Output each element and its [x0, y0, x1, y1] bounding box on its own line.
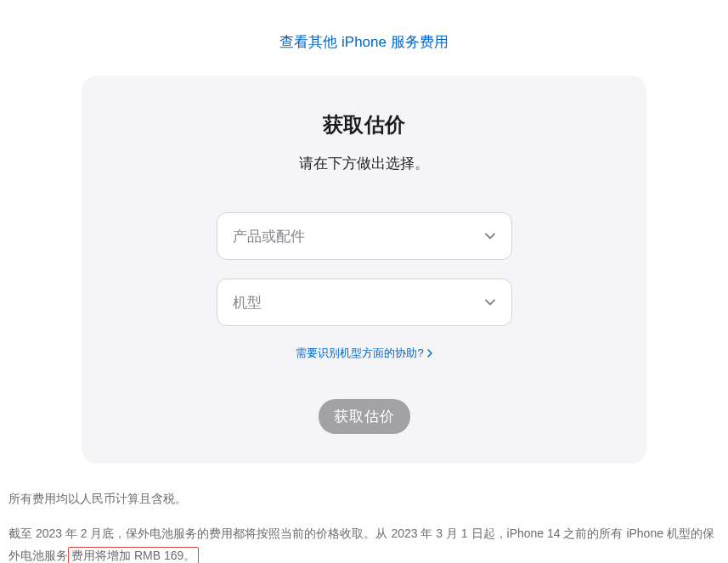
footer-notes: 所有费用均以人民币计算且含税。 截至 2023 年 2 月底，保外电池服务的费用…: [0, 464, 728, 563]
footer-line-1: 所有费用均以人民币计算且含税。: [8, 487, 720, 510]
model-select[interactable]: 机型: [217, 279, 512, 326]
product-select-wrapper: 产品或配件: [217, 212, 512, 260]
chevron-right-icon: [427, 349, 432, 358]
identify-model-help-link[interactable]: 需要识别机型方面的协助?: [296, 346, 432, 361]
product-select-placeholder: 产品或配件: [233, 227, 305, 246]
estimate-card: 获取估价 请在下方做出选择。 产品或配件 机型 需要识别机型方面的协助? 获取估…: [82, 76, 646, 464]
chevron-down-icon: [484, 230, 496, 242]
other-services-link[interactable]: 查看其他 iPhone 服务费用: [279, 34, 448, 50]
help-link-text: 需要识别机型方面的协助?: [296, 346, 423, 361]
help-link-wrapper: 需要识别机型方面的协助?: [82, 345, 646, 361]
model-select-wrapper: 机型: [217, 279, 512, 326]
price-increase-highlight: 费用将增加 RMB 169。: [68, 547, 199, 563]
footer-line-2: 截至 2023 年 2 月底，保外电池服务的费用都将按照当前的价格收取。从 20…: [8, 522, 720, 563]
card-title: 获取估价: [82, 111, 646, 138]
product-select[interactable]: 产品或配件: [217, 212, 512, 260]
chevron-down-icon: [484, 296, 496, 308]
model-select-placeholder: 机型: [233, 293, 262, 312]
card-subtitle: 请在下方做出选择。: [82, 154, 646, 173]
other-services-link-wrapper: 查看其他 iPhone 服务费用: [0, 0, 728, 76]
get-estimate-button[interactable]: 获取估价: [319, 399, 410, 434]
